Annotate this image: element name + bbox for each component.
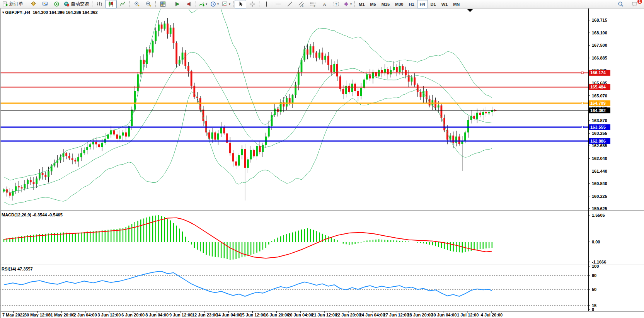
timeframe-button-w1[interactable]: W1 [439, 0, 451, 9]
chevron-down-icon: ▾ [229, 3, 230, 6]
timeframe-button-m1[interactable]: M1 [356, 0, 367, 9]
axis-label: 9 Jun 12:00 [169, 313, 193, 317]
tiles-icon [160, 1, 166, 7]
axis-label: 165.070 [592, 94, 607, 98]
timeframe-button-h1[interactable]: H1 [406, 0, 417, 9]
tile-windows-button[interactable] [157, 0, 169, 9]
styles-icon [31, 1, 36, 7]
axis-label: 159.625 [592, 206, 607, 211]
notification-badge: 1 [637, 0, 642, 4]
clock-icon [210, 1, 216, 7]
axis-label: 80 [592, 273, 596, 278]
price-axis[interactable]: 168.715168.100167.500166.885166.285165.6… [588, 18, 610, 312]
axis-label: 1 Jul 12:00 [457, 313, 479, 317]
crosshair-icon [249, 1, 255, 7]
chevron-down-icon: ▾ [350, 3, 352, 6]
chart-shift-marker-icon[interactable] [467, 9, 473, 12]
trendline-tool-button[interactable] [284, 0, 295, 9]
axis-label: 22 Jun 20:00 [336, 313, 361, 317]
search-button[interactable] [615, 0, 626, 9]
mql-community-button[interactable] [39, 0, 51, 9]
bars-icon [97, 1, 102, 7]
main-toolbar: 新订单自动交易▾▾▾EFAT▾M1M5M15M30H1H4D1W1MN 1 [0, 0, 644, 9]
line-handle[interactable] [581, 126, 583, 128]
chart-styles-button[interactable] [27, 0, 39, 9]
line-handle[interactable] [581, 72, 583, 74]
chart-shift-button[interactable] [183, 0, 194, 9]
text-label-tool-button[interactable]: T [330, 0, 342, 9]
axis-label: 165.484 [590, 85, 606, 89]
templates-button[interactable]: ▾ [220, 0, 232, 9]
axis-label: 50 [592, 287, 596, 292]
macd-indicator-label: MACD(12,26,9) -0.3544 -0.5465 [2, 213, 63, 217]
toolbar-separator [155, 1, 156, 7]
new-order-button[interactable]: 新订单 [1, 0, 25, 9]
vertical-line-tool-button[interactable] [261, 0, 272, 9]
axis-label: 16 Jun 20:00 [264, 313, 289, 317]
arrows-tool-button[interactable]: ▾ [342, 0, 353, 9]
expander-icon[interactable]: ▾ [2, 10, 4, 14]
toolbar-separator [129, 1, 130, 7]
signal-icon [54, 1, 60, 7]
rsi-panel[interactable] [0, 271, 588, 306]
crosshair-tool-button[interactable] [246, 0, 258, 9]
line-chart-mode-button[interactable] [117, 0, 128, 9]
axis-label: 28 Jun 20:00 [407, 313, 433, 317]
axis-label: 166.885 [592, 56, 607, 60]
autotrade-icon [64, 1, 70, 7]
zoom-in-button[interactable] [131, 0, 143, 9]
timeframe-button-m5[interactable]: M5 [367, 0, 378, 9]
time-axis[interactable]: 7 May 202230 May 12:0031 May 20:002 Jun … [2, 311, 503, 317]
signals-button[interactable] [51, 0, 62, 9]
bar-chart-mode-button[interactable] [94, 0, 105, 9]
svg-text:T: T [335, 2, 337, 6]
channel-tool-button[interactable]: E [295, 0, 307, 9]
line-handle[interactable] [581, 102, 583, 104]
search-icon [618, 1, 624, 7]
text-tool-button[interactable]: A [319, 0, 330, 9]
mql-icon [42, 1, 48, 7]
axis-label: 15 Jun 12:00 [240, 313, 265, 317]
timeframe-button-d1[interactable]: D1 [428, 0, 439, 9]
chart-window[interactable]: 168.715168.100167.500166.885166.285165.6… [0, 0, 644, 318]
axis-label: 6 Jun 20:00 [121, 313, 145, 317]
horizontal-line-tool-button[interactable] [272, 0, 284, 9]
channel-icon: E [298, 1, 304, 7]
text-icon: A [322, 1, 327, 7]
indicators-icon [199, 1, 204, 7]
macd-panel[interactable] [3, 215, 492, 260]
axis-label: 100 [592, 264, 599, 269]
axis-label: 160.840 [592, 181, 607, 186]
chart-ohlc-title: ▾GBPJPY-,H4 164.300 164.396 164.286 164.… [2, 10, 98, 15]
axis-label: 162.655 [592, 143, 607, 148]
indicators-button[interactable]: ▾ [197, 0, 209, 9]
vline-icon [264, 1, 269, 7]
axis-label: 164.709 [590, 101, 606, 105]
timeframe-button-mn[interactable]: MN [450, 0, 462, 9]
svg-text:A: A [323, 2, 326, 7]
axis-label: 7 May 2022 [2, 313, 25, 317]
timeframe-button-m15[interactable]: M15 [379, 0, 392, 9]
candlestick-mode-button[interactable] [105, 0, 117, 9]
cursor-tool-button[interactable] [235, 0, 246, 9]
zoom-out-button[interactable] [143, 0, 154, 9]
autotrade-button[interactable]: 自动交易 [62, 0, 91, 9]
community-chat-button[interactable]: 1 [629, 0, 640, 9]
periods-button[interactable]: ▾ [209, 0, 220, 9]
axis-label: 24 Jun 04:00 [359, 313, 385, 317]
timeframe-button-h4[interactable]: H4 [417, 0, 428, 9]
timeframe-button-m30[interactable]: M30 [392, 0, 406, 9]
axis-label: 163.555 [590, 125, 606, 129]
fibonacci-tool-button[interactable]: F [307, 0, 319, 9]
ohlc-values: 164.300 164.396 164.286 164.362 [32, 10, 97, 15]
template-icon [222, 1, 228, 7]
toolbar-separator [170, 1, 170, 7]
chevron-down-icon: ▾ [206, 3, 207, 6]
main-price-panel[interactable] [3, 0, 497, 205]
rsi-line [4, 271, 492, 296]
axis-label: 164.362 [590, 108, 606, 113]
auto-scroll-button[interactable] [171, 0, 183, 9]
chart-canvas[interactable]: 168.715168.100167.500166.885166.285165.6… [0, 0, 644, 318]
axis-label: 163.870 [592, 118, 607, 123]
hline-icon [275, 1, 281, 7]
